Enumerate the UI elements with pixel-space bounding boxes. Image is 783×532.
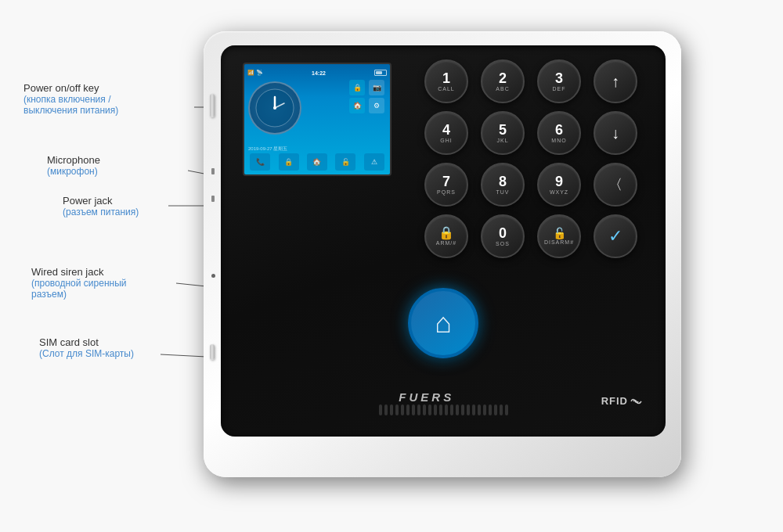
key-up-arrow[interactable]: ↑ (594, 59, 637, 103)
product-image: Power on/off key (кнопка включения /выкл… (0, 0, 783, 532)
svg-point-8 (273, 106, 276, 110)
annotation-sim-slot: SIM card slot (Слот для SIM-карты) (39, 336, 188, 359)
device-screen: 📶 📡 14:22 (243, 63, 392, 176)
key-5-jkl[interactable]: 5 JKL (481, 111, 525, 155)
home-button[interactable]: ⌂ (408, 288, 478, 358)
key-4-ghi[interactable]: 4 GHI (424, 111, 468, 155)
annotation-wired-siren: Wired siren jack (проводной сиренныйразъ… (31, 266, 180, 300)
screen-date: 2019-09-27 星期五 (248, 146, 386, 153)
brand-fuers-label: FUERS (399, 390, 454, 404)
key-9-wxyz[interactable]: 9 WXYZ (537, 163, 581, 207)
screen-status-bar: 📶 📡 14:22 (247, 67, 387, 78)
side-port-microphone (211, 168, 215, 174)
keypad: 1 CALL 2 ABC 3 DEF ↑ (424, 59, 651, 258)
annotation-microphone: Microphone (микрофон) (47, 154, 188, 177)
brand-rfid-label: RFID (601, 395, 642, 407)
screen-icons: 🔒 📷 🏠 ⚙ (349, 80, 386, 113)
device-casing: 📶 📡 14:22 (204, 31, 681, 477)
side-port-power-jack (211, 196, 215, 202)
key-down-arrow[interactable]: ↓ (594, 111, 637, 155)
side-button-1[interactable] (210, 94, 215, 117)
key-3-def[interactable]: 3 DEF (537, 59, 581, 103)
device: 📶 📡 14:22 (204, 31, 689, 493)
key-arm[interactable]: 🔒 ARM/# (424, 214, 468, 258)
key-0-sos[interactable]: 0 SOS (481, 214, 525, 258)
annotation-power-key: Power on/off key (кнопка включения /выкл… (23, 82, 196, 116)
key-1-call[interactable]: 1 CALL (424, 59, 468, 103)
side-port-siren (211, 274, 215, 278)
device-panel: 📶 📡 14:22 (221, 45, 666, 437)
screen-clock (248, 81, 303, 136)
key-2-abc[interactable]: 2 ABC (481, 59, 525, 103)
key-8-tuv[interactable]: 8 TUV (481, 163, 525, 207)
key-6-mno[interactable]: 6 MNO (537, 111, 581, 155)
screen-bottom-icons: 📞 🔒 🏠 🔓 ⚠ (247, 153, 388, 171)
annotation-power-jack: Power jack (разъем питания) (63, 195, 204, 217)
svg-point-9 (635, 400, 637, 402)
key-back-arrow[interactable]: 〈 (594, 163, 637, 207)
side-button-sim[interactable] (210, 344, 215, 360)
key-7-pqrs[interactable]: 7 PQRS (424, 163, 468, 207)
key-disarm[interactable]: 🔓 DISARM# (537, 214, 581, 258)
key-confirm[interactable]: ✓ (594, 214, 637, 258)
